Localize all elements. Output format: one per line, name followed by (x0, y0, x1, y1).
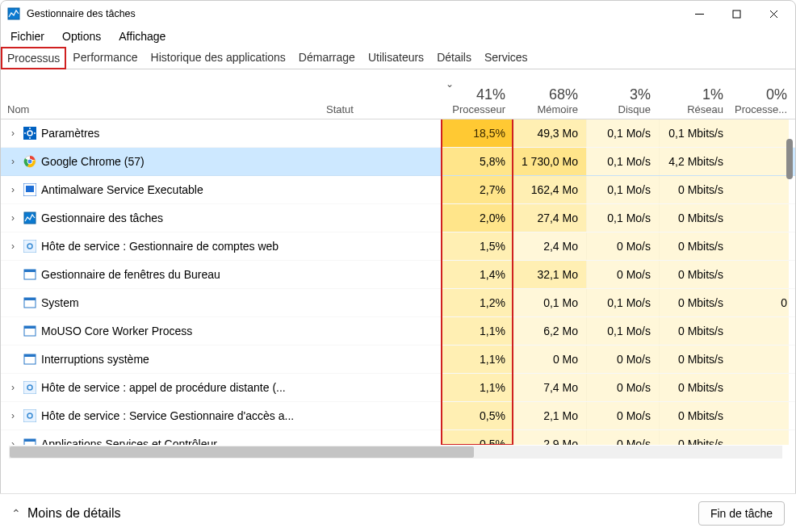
cell-memory: 27,4 Mo (513, 204, 586, 232)
cell-gpu (731, 374, 789, 401)
process-name: Hôte de service : Gestionnaire de compte… (41, 240, 279, 253)
table-row[interactable]: MoUSO Core Worker Process1,1%6,2 Mo0,1 M… (1, 317, 795, 346)
process-name: Antimalware Service Executable (41, 183, 203, 196)
process-name: MoUSO Core Worker Process (41, 325, 192, 337)
menu-view[interactable]: Affichage (115, 28, 169, 44)
col-header-memory[interactable]: 68% Mémoire (513, 69, 586, 119)
tab-users[interactable]: Utilisateurs (362, 46, 430, 69)
table-row[interactable]: Gestionnaire de fenêtres du Bureau1,4%32… (1, 261, 795, 289)
window-controls (681, 1, 792, 27)
cell-disk: 0 Mo/s (586, 430, 659, 445)
cell-gpu (731, 148, 789, 175)
table-row[interactable]: Interruptions système1,1%0 Mo0 Mo/s0 Mbi… (1, 346, 795, 374)
svg-rect-31 (24, 439, 36, 442)
expand-chevron-icon[interactable]: › (7, 128, 19, 139)
cell-name: ›Hôte de service : appel de procédure di… (1, 374, 320, 401)
cell-gpu (731, 430, 789, 445)
tab-details[interactable]: Détails (430, 46, 478, 69)
cell-name: ›Gestionnaire des tâches (1, 204, 320, 232)
table-row[interactable]: System1,2%0,1 Mo0,1 Mo/s0 Mbits/s0 (1, 289, 795, 317)
col-header-gpu[interactable]: 0% Processe... (731, 69, 789, 119)
menu-file[interactable]: Fichier (7, 28, 48, 44)
col-header-cpu[interactable]: ⌄ 41% Processeur (441, 69, 513, 119)
expand-chevron-icon[interactable]: › (7, 212, 19, 224)
fewer-details-link[interactable]: Moins de détails (27, 506, 121, 521)
table-row[interactable]: ›Gestionnaire des tâches2,0%27,4 Mo0,1 M… (1, 204, 795, 232)
tab-services[interactable]: Services (478, 46, 534, 69)
expand-chevron-icon[interactable]: › (7, 410, 19, 421)
cell-name: ›Google Chrome (57) (1, 148, 320, 175)
table-row[interactable]: ›Applications Services et Contrôleur0,5%… (1, 430, 795, 445)
minimize-button[interactable] (681, 1, 718, 27)
cell-name: MoUSO Core Worker Process (1, 317, 320, 345)
cell-memory: 1 730,0 Mo (513, 148, 586, 175)
net-usage-pct: 1% (702, 86, 723, 103)
table-row[interactable]: ›Hôte de service : Service Gestionnaire … (1, 402, 795, 430)
cell-disk: 0,1 Mo/s (586, 204, 659, 232)
process-name: Hôte de service : appel de procédure dis… (41, 381, 286, 394)
gear-icon (23, 409, 36, 422)
cell-name: ›Hôte de service : Gestionnaire de compt… (1, 232, 320, 260)
cell-status (320, 148, 441, 175)
expand-chevron-icon[interactable]: › (7, 156, 19, 167)
svg-rect-19 (24, 270, 36, 272)
svg-point-12 (27, 159, 32, 164)
mem-usage-pct: 68% (549, 86, 578, 103)
sort-indicator-icon: ⌄ (446, 78, 454, 90)
cell-disk: 0,1 Mo/s (586, 148, 659, 175)
scrollbar-thumb[interactable] (10, 446, 474, 458)
end-task-button[interactable]: Fin de tâche (698, 501, 785, 526)
col-header-name[interactable]: Nom (1, 69, 320, 119)
tab-processes[interactable]: Processus (1, 47, 66, 69)
expand-chevron-icon[interactable]: › (7, 438, 19, 445)
expand-chevron-icon[interactable]: › (7, 382, 19, 393)
cell-status (320, 176, 441, 203)
maximize-button[interactable] (718, 1, 755, 27)
tab-startup[interactable]: Démarrage (292, 46, 362, 69)
table-row[interactable]: ›Antimalware Service Executable2,7%162,4… (1, 176, 795, 204)
tabbar: Processus Performance Historique des app… (1, 46, 795, 69)
menubar: Fichier Options Affichage (1, 27, 795, 46)
expand-chevron-icon[interactable]: › (7, 241, 19, 252)
cell-status (320, 374, 441, 401)
cell-gpu (731, 176, 789, 203)
cell-disk: 0 Mo/s (586, 346, 659, 373)
chrome-icon (23, 155, 36, 168)
col-header-disk[interactable]: 3% Disque (586, 69, 659, 119)
cell-gpu (731, 204, 789, 232)
cell-disk: 0 Mo/s (586, 402, 659, 429)
svg-rect-25 (24, 354, 36, 357)
table-row[interactable]: ›Google Chrome (57)5,8%1 730,0 Mo0,1 Mo/… (1, 148, 795, 176)
cell-gpu (731, 261, 789, 288)
svg-rect-23 (24, 326, 36, 329)
cell-network: 4,2 Mbits/s (659, 148, 731, 175)
close-button[interactable] (755, 1, 792, 27)
horizontal-scrollbar[interactable] (9, 446, 782, 459)
cell-cpu: 1,1% (441, 346, 513, 373)
cell-status (320, 232, 441, 260)
cell-network: 0 Mbits/s (659, 430, 731, 445)
menu-options[interactable]: Options (59, 28, 104, 44)
cell-memory: 2,1 Mo (513, 402, 586, 429)
table-row[interactable]: ›Hôte de service : Gestionnaire de compt… (1, 232, 795, 261)
gpu-label: Processe... (735, 103, 787, 115)
table-row[interactable]: ›Hôte de service : appel de procédure di… (1, 374, 795, 402)
vertical-scrollbar[interactable] (786, 139, 793, 179)
cell-gpu: 0 (731, 289, 789, 316)
cell-name: ›Antimalware Service Executable (1, 176, 320, 203)
cell-network: 0 Mbits/s (659, 289, 731, 316)
svg-rect-15 (24, 212, 36, 224)
cell-network: 0 Mbits/s (659, 232, 731, 260)
cell-disk: 0,1 Mo/s (586, 119, 659, 147)
col-header-status[interactable]: Statut (320, 69, 441, 119)
cell-disk: 0 Mo/s (586, 374, 659, 401)
expand-chevron-icon[interactable]: › (7, 184, 19, 195)
cell-network: 0,1 Mbits/s (659, 119, 731, 147)
tab-history[interactable]: Historique des applications (145, 46, 292, 69)
tab-performance[interactable]: Performance (66, 46, 144, 69)
cell-name: ›Paramètres (1, 119, 320, 147)
window-icon (23, 438, 36, 445)
col-header-network[interactable]: 1% Réseau (659, 69, 731, 119)
chevron-up-icon[interactable]: ⌃ (11, 507, 21, 520)
table-row[interactable]: ›Paramètres18,5%49,3 Mo0,1 Mo/s0,1 Mbits… (1, 119, 795, 148)
